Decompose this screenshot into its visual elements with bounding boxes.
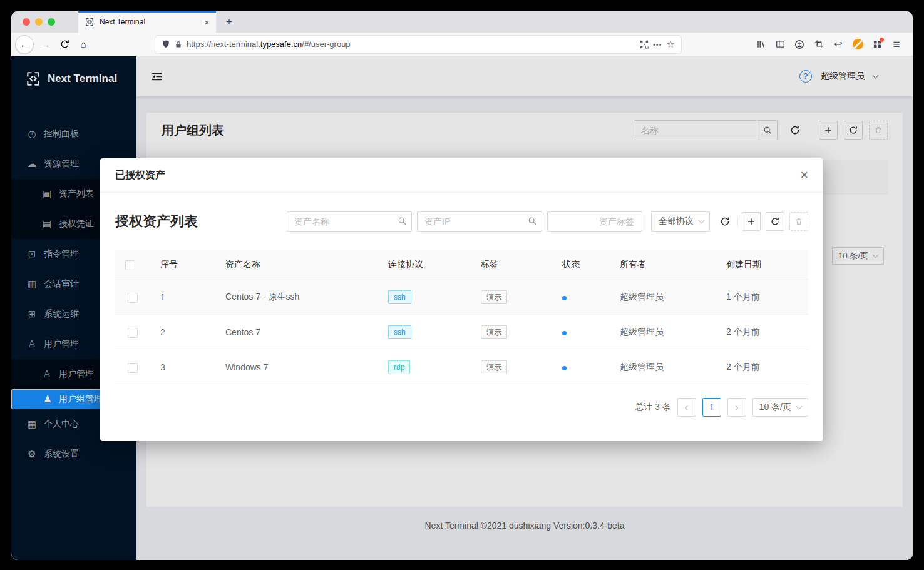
table-row: 1 Centos 7 - 原生ssh ssh 演示 超级管理员 1 个月前	[115, 280, 808, 315]
table-header-row: 序号 资产名称 连接协议 标签 状态 所有者 创建日期	[115, 250, 808, 280]
add-asset-button[interactable]	[742, 212, 761, 231]
protocol-tag: rdp	[388, 360, 410, 374]
authorized-assets-modal: 已授权资产 × 授权资产列表	[100, 158, 823, 441]
tab-close-icon[interactable]: ×	[204, 18, 210, 27]
account-icon	[794, 39, 804, 49]
table-row: 2 Centos 7 ssh 演示 超级管理员 2 个月前	[115, 315, 808, 350]
search-icon[interactable]	[398, 216, 406, 225]
site-favicon-icon	[85, 17, 95, 27]
refresh-icon	[720, 216, 730, 226]
chevron-down-icon	[699, 218, 705, 224]
account-button[interactable]	[791, 36, 808, 53]
chevron-right-icon: ›	[735, 402, 738, 413]
url-text: https://next-terminal.typesafe.cn/#/user…	[187, 39, 351, 49]
total-count: 总计 3 条	[635, 402, 671, 413]
asset-list-title: 授权资产列表	[115, 212, 198, 231]
prev-page-button[interactable]: ‹	[677, 398, 696, 417]
table-row: 3 Windows 7 rdp 演示 超级管理员 2 个月前	[115, 350, 808, 385]
status-dot	[562, 366, 567, 370]
toolbar-right-icons: ↩ ≡	[752, 36, 909, 53]
sidebar-toggle-icon	[776, 39, 785, 49]
asset-ip-input[interactable]	[417, 211, 542, 232]
traffic-lights	[23, 18, 55, 26]
label-tag: 演示	[481, 325, 507, 339]
search-icon[interactable]	[528, 216, 536, 225]
qr-scan-icon[interactable]	[640, 40, 649, 49]
tab-title: Next Terminal	[100, 18, 199, 26]
tab-bar: Next Terminal × +	[11, 11, 913, 33]
asset-filters: 全部协议	[287, 211, 808, 232]
asset-tag-input[interactable]	[547, 211, 642, 232]
url-bar[interactable]: https://next-terminal.typesafe.cn/#/user…	[155, 36, 681, 53]
adblock-extension-button[interactable]	[849, 36, 866, 53]
protocol-tag: ssh	[388, 325, 411, 339]
apps-extension-button[interactable]	[868, 36, 886, 53]
label-tag: 演示	[481, 360, 507, 374]
chevron-left-icon: ‹	[685, 402, 688, 413]
row-checkbox[interactable]	[128, 293, 138, 303]
hamburger-menu-icon: ≡	[893, 38, 900, 51]
back-button[interactable]: ←	[15, 35, 34, 54]
window-zoom-button[interactable]	[48, 18, 55, 26]
menu-button[interactable]: ≡	[888, 36, 905, 53]
modal-header: 已授权资产 ×	[100, 158, 823, 193]
reload-assets-button[interactable]	[766, 212, 784, 231]
screenshot-button[interactable]	[810, 36, 828, 53]
status-dot	[562, 296, 567, 300]
notification-dot	[880, 38, 884, 42]
delete-assets-button[interactable]	[789, 212, 808, 231]
modal-body: 授权资产列表 全部协议	[100, 193, 823, 417]
refresh-button[interactable]	[716, 213, 734, 230]
back-icon: ←	[20, 39, 29, 49]
forward-icon: →	[41, 39, 51, 49]
asset-name-search	[287, 211, 412, 232]
browser-toolbar: ← → ⌂ https://next-terminal.typesafe.cn/…	[11, 33, 913, 56]
window-close-button[interactable]	[23, 18, 30, 26]
label-tag: 演示	[481, 290, 507, 304]
assets-table: 序号 资产名称 连接协议 标签 状态 所有者 创建日期	[115, 250, 808, 385]
forward-button[interactable]: →	[36, 35, 55, 54]
close-icon[interactable]: ×	[800, 168, 808, 182]
page-actions-icon[interactable]: •••	[653, 41, 662, 48]
row-checkbox[interactable]	[128, 363, 138, 373]
app-root: Next Terminal ◷控制面板 ☁资源管理 ▣资产列表 ▤授权凭证 ⊡指…	[11, 56, 913, 560]
select-all-checkbox[interactable]	[125, 260, 135, 270]
home-icon: ⌂	[80, 39, 86, 49]
trash-icon	[794, 217, 803, 226]
window-minimize-button[interactable]	[35, 18, 43, 26]
lock-icon	[175, 40, 182, 49]
modal-title: 已授权资产	[115, 169, 165, 182]
sidebar-toggle-button[interactable]	[771, 36, 789, 53]
browser-tab[interactable]: Next Terminal ×	[78, 11, 217, 33]
page-1-button[interactable]: 1	[702, 398, 721, 417]
divider	[737, 216, 738, 226]
tracking-shield-icon	[162, 39, 170, 49]
pagination: 总计 3 条 ‹ 1 › 10 条/页	[115, 398, 808, 417]
browser-window: Next Terminal × + ← → ⌂ https://next-ter…	[11, 11, 913, 560]
crop-icon	[814, 39, 824, 49]
refresh-icon	[771, 217, 779, 226]
page-size-select[interactable]: 10 条/页	[752, 398, 808, 417]
chevron-down-icon	[796, 403, 803, 409]
library-icon	[756, 39, 766, 49]
row-checkbox[interactable]	[128, 328, 138, 338]
asset-name-input[interactable]	[287, 211, 412, 232]
modal-toolbar-row: 授权资产列表 全部协议	[115, 211, 808, 232]
home-button[interactable]: ⌂	[74, 35, 93, 54]
protocol-select[interactable]: 全部协议	[651, 211, 710, 232]
adblock-extension-icon	[853, 39, 863, 49]
status-dot	[562, 331, 567, 335]
reload-button[interactable]	[55, 35, 74, 54]
undo-icon: ↩	[834, 38, 842, 50]
screen: Next Terminal × + ← → ⌂ https://next-ter…	[0, 0, 924, 570]
plus-icon	[747, 217, 756, 226]
new-tab-button[interactable]: +	[220, 13, 238, 31]
library-button[interactable]	[752, 36, 769, 53]
bookmark-star-icon[interactable]: ☆	[667, 39, 675, 50]
protocol-tag: ssh	[388, 290, 411, 304]
next-page-button[interactable]: ›	[727, 398, 746, 417]
reload-icon	[60, 39, 69, 49]
undo-button[interactable]: ↩	[829, 36, 847, 53]
asset-ip-search	[417, 211, 542, 232]
